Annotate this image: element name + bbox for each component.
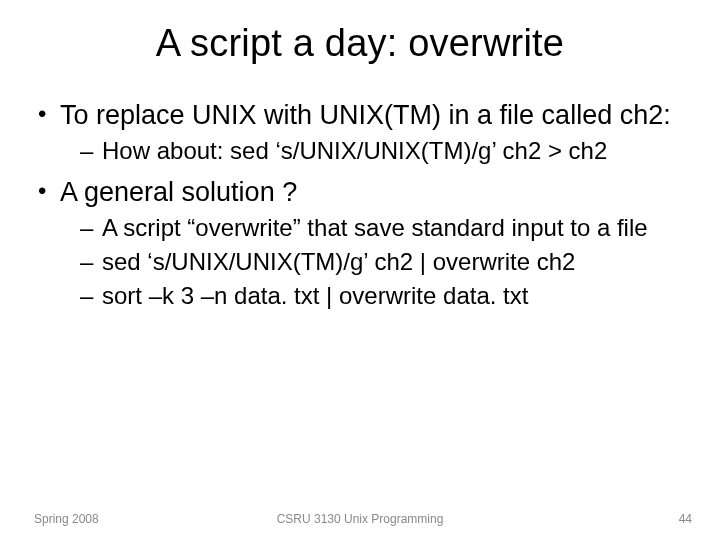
- sub-bullet-text: A script “overwrite” that save standard …: [102, 214, 648, 241]
- bullet-text: To replace UNIX with UNIX(TM) in a file …: [60, 100, 671, 130]
- bullet-text: A general solution ?: [60, 177, 297, 207]
- sub-bullet-text: sort –k 3 –n data. txt | overwrite data.…: [102, 282, 528, 309]
- bullet-item: A general solution ? A script “overwrite…: [34, 176, 686, 311]
- slide: A script a day: overwrite To replace UNI…: [0, 0, 720, 540]
- sub-bullet-text: sed ‘s/UNIX/UNIX(TM)/g’ ch2 | overwrite …: [102, 248, 575, 275]
- bullet-list: To replace UNIX with UNIX(TM) in a file …: [34, 99, 686, 311]
- footer-page-number: 44: [679, 512, 692, 526]
- sub-bullet-item: A script “overwrite” that save standard …: [80, 213, 686, 243]
- sub-bullet-item: sed ‘s/UNIX/UNIX(TM)/g’ ch2 | overwrite …: [80, 247, 686, 277]
- bullet-item: To replace UNIX with UNIX(TM) in a file …: [34, 99, 686, 166]
- slide-title: A script a day: overwrite: [0, 0, 720, 73]
- sub-bullet-list: How about: sed ‘s/UNIX/UNIX(TM)/g’ ch2 >…: [60, 136, 686, 166]
- sub-bullet-text: How about: sed ‘s/UNIX/UNIX(TM)/g’ ch2 >…: [102, 137, 607, 164]
- slide-body: To replace UNIX with UNIX(TM) in a file …: [0, 73, 720, 311]
- sub-bullet-list: A script “overwrite” that save standard …: [60, 213, 686, 311]
- sub-bullet-item: sort –k 3 –n data. txt | overwrite data.…: [80, 281, 686, 311]
- footer-center: CSRU 3130 Unix Programming: [0, 512, 720, 526]
- sub-bullet-item: How about: sed ‘s/UNIX/UNIX(TM)/g’ ch2 >…: [80, 136, 686, 166]
